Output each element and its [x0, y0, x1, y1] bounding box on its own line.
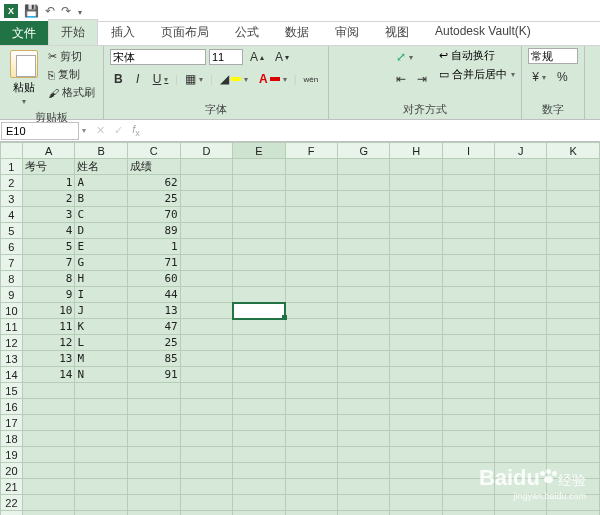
cell-E5[interactable] — [233, 223, 285, 239]
row-header-10[interactable]: 10 — [1, 303, 23, 319]
bold-button[interactable]: B — [110, 70, 127, 88]
cell-D19[interactable] — [180, 447, 232, 463]
cell-I16[interactable] — [442, 399, 494, 415]
cell-H22[interactable] — [390, 495, 442, 511]
cell-H9[interactable] — [390, 287, 442, 303]
cell-E20[interactable] — [233, 463, 285, 479]
cell-J4[interactable] — [495, 207, 547, 223]
tab-审阅[interactable]: 审阅 — [322, 19, 372, 45]
cell-J7[interactable] — [495, 255, 547, 271]
cell-G10[interactable] — [337, 303, 389, 319]
cell-B23[interactable] — [75, 511, 128, 516]
cell-G21[interactable] — [337, 479, 389, 495]
row-header-14[interactable]: 14 — [1, 367, 23, 383]
cell-K9[interactable] — [547, 287, 600, 303]
cell-J3[interactable] — [495, 191, 547, 207]
merge-center-button[interactable]: ▭合并后居中 — [439, 67, 515, 82]
cell-E3[interactable] — [233, 191, 285, 207]
cell-C17[interactable] — [128, 415, 181, 431]
cell-H8[interactable] — [390, 271, 442, 287]
row-header-22[interactable]: 22 — [1, 495, 23, 511]
row-header-17[interactable]: 17 — [1, 415, 23, 431]
italic-button[interactable]: I — [130, 70, 146, 88]
cell-D18[interactable] — [180, 431, 232, 447]
cell-E21[interactable] — [233, 479, 285, 495]
cell-E6[interactable] — [233, 239, 285, 255]
cell-B10[interactable]: J — [75, 303, 128, 319]
cell-H16[interactable] — [390, 399, 442, 415]
cell-G11[interactable] — [337, 319, 389, 335]
cell-I4[interactable] — [442, 207, 494, 223]
cell-I10[interactable] — [442, 303, 494, 319]
cell-G1[interactable] — [337, 159, 389, 175]
cell-H10[interactable] — [390, 303, 442, 319]
cell-J18[interactable] — [495, 431, 547, 447]
cell-C12[interactable]: 25 — [128, 335, 181, 351]
cell-J16[interactable] — [495, 399, 547, 415]
cell-A2[interactable]: 1 — [22, 175, 75, 191]
cell-B13[interactable]: M — [75, 351, 128, 367]
cell-D22[interactable] — [180, 495, 232, 511]
cell-F19[interactable] — [285, 447, 337, 463]
tab-file[interactable]: 文件 — [0, 21, 48, 45]
align-middle-button[interactable] — [354, 55, 370, 59]
namebox-dropdown-icon[interactable]: ▾ — [80, 126, 88, 135]
cell-K21[interactable] — [547, 479, 600, 495]
cell-B3[interactable]: B — [75, 191, 128, 207]
cell-J11[interactable] — [495, 319, 547, 335]
cell-A22[interactable] — [22, 495, 75, 511]
col-header-C[interactable]: C — [128, 143, 181, 159]
cell-E7[interactable] — [233, 255, 285, 271]
cell-D23[interactable] — [180, 511, 232, 516]
row-header-13[interactable]: 13 — [1, 351, 23, 367]
spreadsheet-grid[interactable]: ABCDEFGHIJK1考号姓名成绩21A6232B2543C7054D8965… — [0, 142, 600, 515]
cell-I12[interactable] — [442, 335, 494, 351]
cell-I5[interactable] — [442, 223, 494, 239]
cell-D21[interactable] — [180, 479, 232, 495]
select-all-corner[interactable] — [1, 143, 23, 159]
cell-A16[interactable] — [22, 399, 75, 415]
col-header-F[interactable]: F — [285, 143, 337, 159]
cell-B18[interactable] — [75, 431, 128, 447]
cell-H15[interactable] — [390, 383, 442, 399]
cell-E9[interactable] — [233, 287, 285, 303]
cell-D16[interactable] — [180, 399, 232, 415]
cell-E8[interactable] — [233, 271, 285, 287]
cell-F13[interactable] — [285, 351, 337, 367]
cell-A23[interactable] — [22, 511, 75, 516]
cell-F15[interactable] — [285, 383, 337, 399]
cell-J17[interactable] — [495, 415, 547, 431]
row-header-9[interactable]: 9 — [1, 287, 23, 303]
cell-F10[interactable] — [285, 303, 337, 319]
cell-G6[interactable] — [337, 239, 389, 255]
cell-C20[interactable] — [128, 463, 181, 479]
number-format-select[interactable] — [528, 48, 578, 64]
indent-decrease-button[interactable]: ⇤ — [392, 70, 410, 88]
cell-G12[interactable] — [337, 335, 389, 351]
cell-C16[interactable] — [128, 399, 181, 415]
cell-E22[interactable] — [233, 495, 285, 511]
cell-G23[interactable] — [337, 511, 389, 516]
cell-E18[interactable] — [233, 431, 285, 447]
cell-I6[interactable] — [442, 239, 494, 255]
name-box[interactable] — [1, 122, 79, 140]
cell-D10[interactable] — [180, 303, 232, 319]
currency-button[interactable]: ¥ — [528, 68, 550, 86]
font-color-button[interactable]: A — [255, 70, 291, 88]
cell-I13[interactable] — [442, 351, 494, 367]
cell-I9[interactable] — [442, 287, 494, 303]
cell-H7[interactable] — [390, 255, 442, 271]
cell-K20[interactable] — [547, 463, 600, 479]
cell-A14[interactable]: 14 — [22, 367, 75, 383]
row-header-18[interactable]: 18 — [1, 431, 23, 447]
cell-K6[interactable] — [547, 239, 600, 255]
row-header-23[interactable]: 23 — [1, 511, 23, 516]
cell-J22[interactable] — [495, 495, 547, 511]
cell-E13[interactable] — [233, 351, 285, 367]
cell-D8[interactable] — [180, 271, 232, 287]
cell-I20[interactable] — [442, 463, 494, 479]
shrink-font-button[interactable]: A▾ — [271, 48, 293, 66]
cell-F16[interactable] — [285, 399, 337, 415]
cell-H4[interactable] — [390, 207, 442, 223]
border-button[interactable]: ▦ — [181, 70, 207, 88]
